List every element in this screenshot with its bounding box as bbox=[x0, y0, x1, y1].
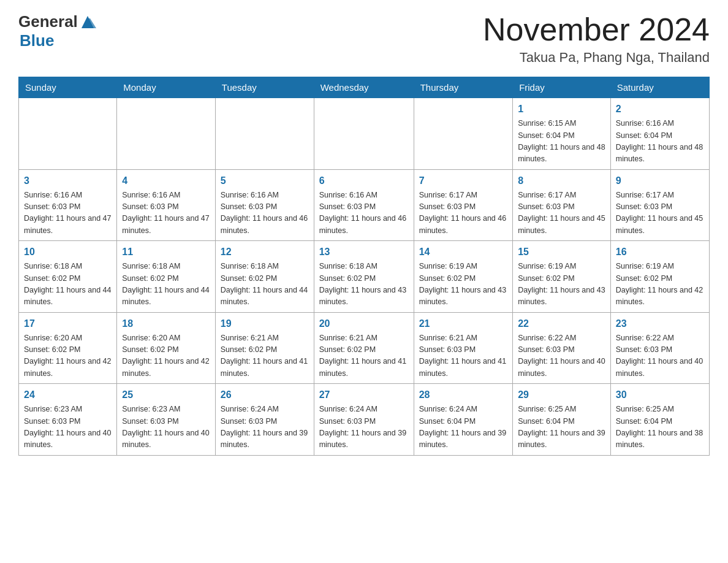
logo: General Blue bbox=[18, 12, 96, 50]
day-cell-20: 20Sunrise: 6:21 AM Sunset: 6:02 PM Dayli… bbox=[314, 312, 414, 384]
day-info: Sunrise: 6:21 AM Sunset: 6:02 PM Dayligh… bbox=[319, 332, 409, 380]
day-cell-28: 28Sunrise: 6:24 AM Sunset: 6:04 PM Dayli… bbox=[414, 384, 512, 456]
day-cell-3: 3Sunrise: 6:16 AM Sunset: 6:03 PM Daylig… bbox=[19, 169, 117, 241]
day-cell-6: 6Sunrise: 6:16 AM Sunset: 6:03 PM Daylig… bbox=[314, 169, 414, 241]
day-number: 24 bbox=[24, 388, 112, 402]
day-number: 6 bbox=[319, 174, 409, 188]
week-row-4: 17Sunrise: 6:20 AM Sunset: 6:02 PM Dayli… bbox=[19, 312, 710, 384]
day-cell-24: 24Sunrise: 6:23 AM Sunset: 6:03 PM Dayli… bbox=[19, 384, 117, 456]
day-info: Sunrise: 6:21 AM Sunset: 6:03 PM Dayligh… bbox=[419, 332, 507, 380]
day-info: Sunrise: 6:16 AM Sunset: 6:03 PM Dayligh… bbox=[221, 190, 309, 237]
week-row-3: 10Sunrise: 6:18 AM Sunset: 6:02 PM Dayli… bbox=[19, 241, 710, 313]
day-cell-1: 1Sunrise: 6:15 AM Sunset: 6:04 PM Daylig… bbox=[513, 98, 611, 170]
page-header: General Blue November 2024 Takua Pa, Pha… bbox=[18, 12, 710, 66]
empty-cell bbox=[117, 98, 216, 170]
day-info: Sunrise: 6:22 AM Sunset: 6:03 PM Dayligh… bbox=[616, 332, 704, 380]
day-cell-22: 22Sunrise: 6:22 AM Sunset: 6:03 PM Dayli… bbox=[513, 312, 611, 384]
week-row-5: 24Sunrise: 6:23 AM Sunset: 6:03 PM Dayli… bbox=[19, 384, 710, 456]
day-info: Sunrise: 6:22 AM Sunset: 6:03 PM Dayligh… bbox=[518, 332, 605, 380]
day-info: Sunrise: 6:19 AM Sunset: 6:02 PM Dayligh… bbox=[616, 261, 704, 308]
day-number: 23 bbox=[616, 316, 704, 331]
empty-cell bbox=[314, 98, 414, 170]
day-cell-15: 15Sunrise: 6:19 AM Sunset: 6:02 PM Dayli… bbox=[513, 241, 611, 313]
day-number: 9 bbox=[616, 174, 704, 188]
day-info: Sunrise: 6:18 AM Sunset: 6:02 PM Dayligh… bbox=[319, 261, 409, 308]
day-number: 14 bbox=[419, 245, 507, 259]
empty-cell bbox=[19, 98, 117, 170]
day-info: Sunrise: 6:17 AM Sunset: 6:03 PM Dayligh… bbox=[616, 190, 704, 237]
day-info: Sunrise: 6:18 AM Sunset: 6:02 PM Dayligh… bbox=[221, 261, 309, 308]
day-cell-23: 23Sunrise: 6:22 AM Sunset: 6:03 PM Dayli… bbox=[610, 312, 709, 384]
day-number: 28 bbox=[419, 388, 507, 402]
day-info: Sunrise: 6:23 AM Sunset: 6:03 PM Dayligh… bbox=[122, 404, 210, 451]
day-header-tuesday: Tuesday bbox=[215, 77, 314, 98]
day-info: Sunrise: 6:19 AM Sunset: 6:02 PM Dayligh… bbox=[419, 261, 507, 308]
day-cell-27: 27Sunrise: 6:24 AM Sunset: 6:03 PM Dayli… bbox=[314, 384, 414, 456]
day-number: 30 bbox=[616, 388, 704, 402]
day-cell-25: 25Sunrise: 6:23 AM Sunset: 6:03 PM Dayli… bbox=[117, 384, 216, 456]
day-number: 15 bbox=[518, 245, 605, 259]
day-number: 25 bbox=[122, 388, 210, 402]
day-header-wednesday: Wednesday bbox=[314, 77, 414, 98]
day-number: 10 bbox=[24, 245, 112, 259]
logo-text-blue: Blue bbox=[20, 31, 54, 50]
day-cell-16: 16Sunrise: 6:19 AM Sunset: 6:02 PM Dayli… bbox=[610, 241, 709, 313]
title-section: November 2024 Takua Pa, Phang Nga, Thail… bbox=[483, 12, 710, 66]
empty-cell bbox=[215, 98, 314, 170]
day-info: Sunrise: 6:24 AM Sunset: 6:03 PM Dayligh… bbox=[319, 404, 409, 451]
day-number: 21 bbox=[419, 316, 507, 331]
day-cell-10: 10Sunrise: 6:18 AM Sunset: 6:02 PM Dayli… bbox=[19, 241, 117, 313]
location-subtitle: Takua Pa, Phang Nga, Thailand bbox=[483, 50, 710, 66]
day-number: 17 bbox=[24, 316, 112, 331]
week-row-2: 3Sunrise: 6:16 AM Sunset: 6:03 PM Daylig… bbox=[19, 169, 710, 241]
day-cell-11: 11Sunrise: 6:18 AM Sunset: 6:02 PM Dayli… bbox=[117, 241, 216, 313]
day-number: 5 bbox=[221, 174, 309, 188]
calendar-table: SundayMondayTuesdayWednesdayThursdayFrid… bbox=[18, 77, 710, 456]
day-cell-2: 2Sunrise: 6:16 AM Sunset: 6:04 PM Daylig… bbox=[610, 98, 709, 170]
day-number: 22 bbox=[518, 316, 605, 331]
day-info: Sunrise: 6:20 AM Sunset: 6:02 PM Dayligh… bbox=[122, 332, 210, 380]
day-cell-21: 21Sunrise: 6:21 AM Sunset: 6:03 PM Dayli… bbox=[414, 312, 512, 384]
day-cell-12: 12Sunrise: 6:18 AM Sunset: 6:02 PM Dayli… bbox=[215, 241, 314, 313]
day-number: 12 bbox=[221, 245, 309, 259]
header-row: SundayMondayTuesdayWednesdayThursdayFrid… bbox=[19, 77, 710, 98]
day-header-thursday: Thursday bbox=[414, 77, 512, 98]
day-cell-29: 29Sunrise: 6:25 AM Sunset: 6:04 PM Dayli… bbox=[513, 384, 611, 456]
day-number: 3 bbox=[24, 174, 112, 188]
day-cell-4: 4Sunrise: 6:16 AM Sunset: 6:03 PM Daylig… bbox=[117, 169, 216, 241]
day-cell-9: 9Sunrise: 6:17 AM Sunset: 6:03 PM Daylig… bbox=[610, 169, 709, 241]
day-info: Sunrise: 6:18 AM Sunset: 6:02 PM Dayligh… bbox=[122, 261, 210, 308]
week-row-1: 1Sunrise: 6:15 AM Sunset: 6:04 PM Daylig… bbox=[19, 98, 710, 170]
day-header-monday: Monday bbox=[117, 77, 216, 98]
day-info: Sunrise: 6:24 AM Sunset: 6:03 PM Dayligh… bbox=[221, 404, 309, 451]
day-info: Sunrise: 6:24 AM Sunset: 6:04 PM Dayligh… bbox=[419, 404, 507, 451]
day-info: Sunrise: 6:17 AM Sunset: 6:03 PM Dayligh… bbox=[419, 190, 507, 237]
day-info: Sunrise: 6:17 AM Sunset: 6:03 PM Dayligh… bbox=[518, 190, 605, 237]
day-number: 7 bbox=[419, 174, 507, 188]
day-info: Sunrise: 6:15 AM Sunset: 6:04 PM Dayligh… bbox=[518, 118, 605, 166]
day-info: Sunrise: 6:16 AM Sunset: 6:03 PM Dayligh… bbox=[319, 190, 409, 237]
day-cell-8: 8Sunrise: 6:17 AM Sunset: 6:03 PM Daylig… bbox=[513, 169, 611, 241]
day-info: Sunrise: 6:16 AM Sunset: 6:04 PM Dayligh… bbox=[616, 118, 704, 166]
day-info: Sunrise: 6:23 AM Sunset: 6:03 PM Dayligh… bbox=[24, 404, 112, 451]
day-number: 11 bbox=[122, 245, 210, 259]
day-number: 29 bbox=[518, 388, 605, 402]
day-cell-5: 5Sunrise: 6:16 AM Sunset: 6:03 PM Daylig… bbox=[215, 169, 314, 241]
day-number: 13 bbox=[319, 245, 409, 259]
day-cell-14: 14Sunrise: 6:19 AM Sunset: 6:02 PM Dayli… bbox=[414, 241, 512, 313]
day-info: Sunrise: 6:16 AM Sunset: 6:03 PM Dayligh… bbox=[122, 190, 210, 237]
logo-icon bbox=[79, 13, 96, 31]
day-number: 18 bbox=[122, 316, 210, 331]
day-number: 16 bbox=[616, 245, 704, 259]
day-number: 27 bbox=[319, 388, 409, 402]
day-number: 19 bbox=[221, 316, 309, 331]
day-cell-7: 7Sunrise: 6:17 AM Sunset: 6:03 PM Daylig… bbox=[414, 169, 512, 241]
day-info: Sunrise: 6:25 AM Sunset: 6:04 PM Dayligh… bbox=[616, 404, 704, 451]
day-info: Sunrise: 6:16 AM Sunset: 6:03 PM Dayligh… bbox=[24, 190, 112, 237]
day-number: 8 bbox=[518, 174, 605, 188]
day-header-sunday: Sunday bbox=[19, 77, 117, 98]
month-title: November 2024 bbox=[483, 12, 710, 47]
day-number: 1 bbox=[518, 102, 605, 117]
logo-text-general: General bbox=[18, 12, 78, 31]
day-number: 20 bbox=[319, 316, 409, 331]
